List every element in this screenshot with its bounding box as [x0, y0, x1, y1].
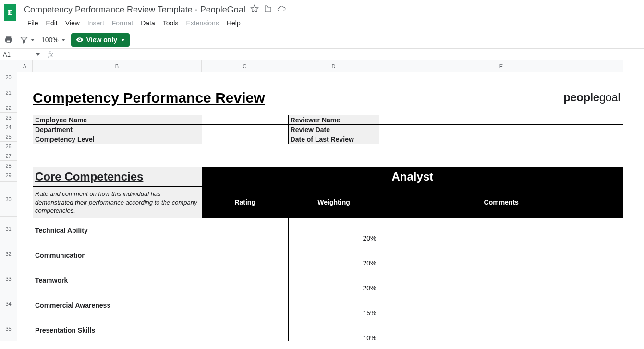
select-all-corner[interactable] [0, 60, 17, 72]
weight-cell[interactable]: 15% [288, 293, 379, 318]
zoom-value: 100% [40, 36, 60, 44]
last-review-cell[interactable] [379, 134, 623, 144]
name-box[interactable]: A1 [0, 49, 43, 60]
rating-cell[interactable] [202, 218, 288, 243]
department-label: Department [33, 125, 202, 134]
row-header[interactable]: 33 [0, 266, 17, 291]
row-header[interactable]: 24 [0, 122, 17, 132]
sheets-logo[interactable] [4, 4, 16, 21]
print-icon[interactable] [4, 35, 13, 45]
comments-cell[interactable] [379, 243, 623, 268]
row-header[interactable]: 23 [0, 113, 17, 122]
competency-label: Presentation Skills [33, 318, 202, 341]
cloud-icon[interactable] [277, 4, 286, 15]
move-icon[interactable] [264, 4, 272, 15]
doc-title[interactable]: Competency Performance Review Template -… [24, 5, 245, 15]
menu-tools[interactable]: Tools [159, 17, 182, 29]
col-header-a[interactable]: A [17, 60, 33, 72]
table-row: Commercial Awareness 15% [33, 293, 623, 318]
row-header[interactable]: 22 [0, 103, 17, 113]
weighting-header: Weighting [288, 187, 379, 218]
menu-data[interactable]: Data [137, 17, 158, 29]
name-box-value: A1 [3, 51, 11, 58]
table-row: Competency Level Date of Last Review [33, 134, 623, 144]
col-header-e[interactable]: E [379, 60, 623, 72]
competency-level-label: Competency Level [33, 134, 202, 144]
table-row: Presentation Skills 10% [33, 318, 623, 341]
menubar: File Edit View Insert Format Data Tools … [24, 17, 640, 29]
menu-file[interactable]: File [24, 17, 42, 29]
fx-label: fx [43, 51, 58, 59]
filter-icon [19, 35, 29, 45]
weight-cell[interactable]: 20% [288, 243, 379, 268]
row-header[interactable]: 26 [0, 142, 17, 151]
formula-input[interactable] [58, 49, 644, 60]
competency-label: Technical Ability [33, 218, 202, 243]
col-header-b[interactable]: B [33, 60, 202, 72]
rating-header: Rating [202, 187, 288, 218]
reviewer-name-label: Reviewer Name [288, 115, 379, 125]
weight-cell[interactable]: 10% [288, 318, 379, 341]
weight-cell[interactable]: 20% [288, 218, 379, 243]
last-review-label: Date of Last Review [288, 134, 379, 144]
competency-level-cell[interactable] [202, 134, 288, 144]
table-row: Communication 20% [33, 243, 623, 268]
weight-cell[interactable]: 20% [288, 268, 379, 293]
row-header[interactable]: 28 [0, 161, 17, 170]
menu-help[interactable]: Help [223, 17, 244, 29]
competency-label: Commercial Awareness [33, 293, 202, 318]
star-icon[interactable] [250, 4, 259, 15]
competency-label: Communication [33, 243, 202, 268]
comments-cell[interactable] [379, 218, 623, 243]
row-header[interactable]: 25 [0, 132, 17, 142]
view-only-label: View only [86, 36, 117, 44]
row-header[interactable]: 21 [0, 82, 17, 103]
reviewer-name-cell[interactable] [379, 115, 623, 125]
review-date-cell[interactable] [379, 125, 623, 134]
analyst-header: Analyst [202, 167, 623, 187]
department-cell[interactable] [202, 125, 288, 134]
col-header-c[interactable]: C [202, 60, 288, 72]
row-header[interactable]: 27 [0, 151, 17, 161]
menu-edit[interactable]: Edit [43, 17, 61, 29]
row-header[interactable]: 31 [0, 217, 17, 241]
menu-extensions: Extensions [182, 17, 222, 29]
column-headers: A B C D E [17, 60, 623, 72]
chevron-down-icon [31, 39, 35, 41]
table-row: Technical Ability 20% [33, 218, 623, 243]
info-table: Employee Name Reviewer Name Department R… [33, 115, 623, 144]
table-row: Department Review Date [33, 125, 623, 134]
chevron-down-icon [36, 53, 40, 56]
col-header-d[interactable]: D [288, 60, 379, 72]
rating-cell[interactable] [202, 243, 288, 268]
rating-cell[interactable] [202, 293, 288, 318]
rating-cell[interactable] [202, 268, 288, 293]
row-header[interactable]: 32 [0, 241, 17, 266]
comments-cell[interactable] [379, 293, 623, 318]
chevron-down-icon [61, 39, 65, 41]
view-only-button[interactable]: View only [71, 33, 130, 47]
zoom-dropdown[interactable]: 100% [40, 36, 65, 44]
employee-name-cell[interactable] [202, 115, 288, 125]
row-headers: 20 21 22 23 24 25 26 27 28 29 30 31 32 3… [0, 72, 17, 341]
row-header[interactable]: 30 [0, 182, 17, 217]
comments-cell[interactable] [379, 318, 623, 341]
row-header[interactable]: 29 [0, 170, 17, 182]
employee-name-label: Employee Name [33, 115, 202, 125]
menu-view[interactable]: View [62, 17, 83, 29]
comments-header: Comments [379, 187, 623, 218]
table-row: Teamwork 20% [33, 268, 623, 293]
row-header[interactable]: 35 [0, 316, 17, 341]
document-title: Competency Performance Review [33, 90, 265, 106]
row-header[interactable]: 20 [0, 72, 17, 82]
filter-dropdown[interactable] [19, 35, 35, 45]
core-competencies-table: Core Competencies Analyst Rate and comme… [33, 167, 623, 341]
menu-format: Format [109, 17, 136, 29]
menu-insert: Insert [84, 17, 108, 29]
row-header[interactable]: 34 [0, 291, 17, 316]
rating-cell[interactable] [202, 318, 288, 341]
comments-cell[interactable] [379, 268, 623, 293]
table-row: Employee Name Reviewer Name [33, 115, 623, 125]
review-date-label: Review Date [288, 125, 379, 134]
core-description: Rate and comment on how this individual … [33, 187, 202, 218]
